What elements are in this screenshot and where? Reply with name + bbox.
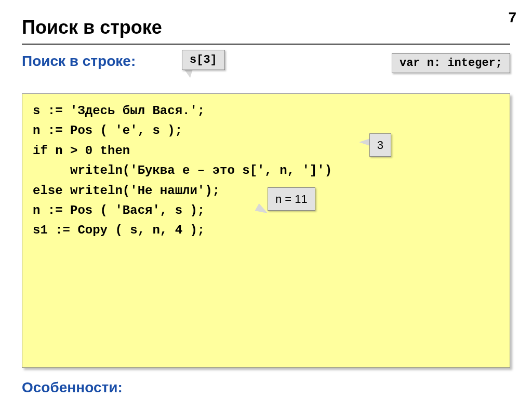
features-heading: Особенности:: [22, 379, 510, 396]
var-declaration-box: var n: integer;: [392, 53, 510, 73]
code-block: s := 'Здесь был Вася.'; n := Pos ( 'е', …: [22, 93, 510, 368]
code-text: s := 'Здесь был Вася.'; n := Pos ( 'е', …: [33, 104, 332, 237]
content-area: Поиск в строке: s[3] var n: integer; s :…: [0, 53, 532, 398]
annot-n11: n = 11: [268, 187, 315, 211]
annot-3: 3: [369, 133, 391, 157]
title-rule: [22, 44, 510, 45]
page-number: 7: [508, 9, 516, 26]
page-title: Поиск в строке: [22, 17, 532, 38]
callout-s3: s[3]: [182, 50, 225, 70]
